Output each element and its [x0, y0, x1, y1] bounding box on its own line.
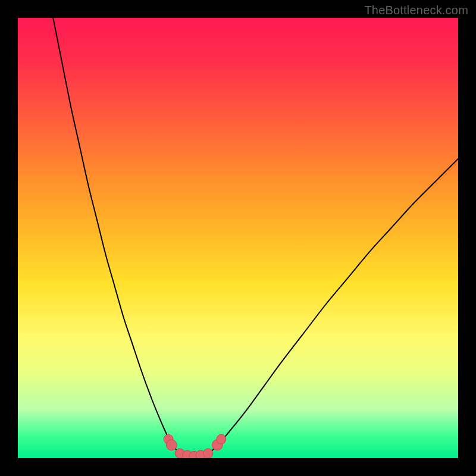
highlight-marker	[217, 434, 226, 444]
chart-stage: TheBottleneck.com	[0, 0, 476, 476]
plot-area	[18, 18, 458, 458]
highlight-marker	[166, 440, 177, 450]
watermark-text: TheBottleneck.com	[364, 4, 468, 17]
bottleneck-curve	[18, 18, 458, 458]
curve-path	[53, 18, 458, 456]
highlight-marker	[203, 449, 213, 458]
marker-group	[164, 434, 226, 458]
